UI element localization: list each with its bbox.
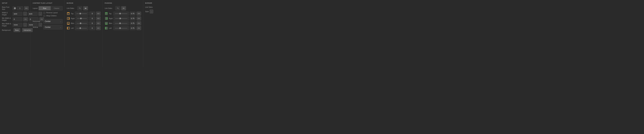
svg-rect-6 [67,12,70,13]
padding-top-value[interactable]: 0.75 [130,12,136,16]
margin-panel: MARGIN Link Sides Top [65,0,103,67]
margin-top-label: Top [71,13,74,14]
base-font-unit[interactable]: EM [24,6,29,10]
svg-rect-15 [67,27,68,29]
padding-right-icon [105,17,108,20]
margin-bttm-unit[interactable]: EM [96,21,101,25]
padding-top-unit[interactable]: EM [136,12,141,16]
padding-left-value[interactable]: 0.75 [130,26,136,30]
svg-rect-12 [67,24,70,24]
margin-top-unit[interactable]: EM [96,12,101,16]
padding-link-unlink[interactable] [115,6,120,10]
svg-rect-31 [106,27,108,29]
margin-left-value[interactable]: 0 [89,26,95,30]
min-wh-label: Min Width & Height [2,17,12,21]
wrap-children-checkbox[interactable] [43,15,45,17]
horizontal-arrow: ⌄ [60,20,61,22]
border-title: BORDER [145,2,161,4]
margin-bttm-row: Bttm 0 EM [67,21,101,25]
base-font-size-label: Base Font Size [2,6,12,10]
base-font-thumb [14,7,16,9]
padding-left-unit[interactable]: EM [136,26,141,30]
margin-top-row: Top 0 EM [67,12,101,16]
svg-rect-23 [105,12,108,13]
min-wh-row: Min Width & Height 0 PX 0 PX [2,17,29,21]
max-wh-label: Max Width & Height [2,23,12,27]
padding-unlink-icon [117,7,119,10]
layout-tab-group: Row Column [38,6,62,10]
padding-right-row: Right 0.75 EM [105,16,141,20]
reverse-layout-row: Reverse Layout [33,12,62,14]
border-link-sides-label: Link Sides [145,6,152,8]
margin-link-all[interactable] [83,6,88,10]
min-width-input[interactable]: 0 [12,17,22,21]
padding-bttm-value[interactable]: 0.75 [130,21,136,25]
width-height-row: Width & Height auto ... auto ... [2,12,29,16]
margin-right-slider[interactable] [76,16,88,20]
horizontal-value: Center [45,20,51,22]
svg-rect-32 [105,27,106,29]
margin-right-value[interactable]: 0 [89,16,95,20]
wrap-children-label: Wrap Children [46,15,57,17]
max-width-input[interactable]: none [12,23,22,27]
margin-right-icon [67,17,70,20]
margin-link-sides-row: Link Sides [67,6,101,10]
width-height-label: Width & Height [2,12,12,16]
svg-rect-25 [105,18,107,19]
link-icon [84,7,87,10]
padding-link-sides-label: Link Sides [105,7,114,10]
margin-left-slider[interactable] [75,26,88,30]
svg-rect-11 [68,22,69,24]
svg-rect-9 [69,17,70,20]
width-unit-btn[interactable]: ... [23,12,27,16]
padding-bttm-icon [105,22,108,25]
margin-bttm-value[interactable]: 0 [89,21,95,25]
margin-link-unlink[interactable] [77,6,82,10]
margin-left-label: Left [71,27,74,29]
layout-label: Layout [33,7,38,10]
padding-top-slider[interactable] [114,12,129,16]
margin-right-unit[interactable]: EM [96,16,101,20]
padding-top-label: Top [109,13,112,14]
vertical-select[interactable]: Center ⌄ [43,25,62,30]
svg-rect-14 [68,27,69,29]
base-font-size-row: Base Font Size 1 EM [2,6,29,10]
padding-right-value[interactable]: 0.75 [130,16,136,20]
padding-top-icon [105,12,108,15]
padding-right-unit[interactable]: EM [136,16,141,20]
padding-link-all[interactable] [121,6,126,10]
margin-top-slider[interactable] [75,12,88,16]
margin-left-row: Left 0 EM [67,26,101,30]
reverse-layout-checkbox[interactable] [43,12,45,14]
margin-bttm-slider[interactable] [75,21,88,25]
background-label: Background [2,29,12,31]
max-width-unit[interactable]: ... [23,23,27,27]
svg-rect-28 [106,22,107,24]
border-style-value[interactable]: ... [150,10,153,14]
vertical-value: Center [45,26,51,28]
padding-title: PADDING [105,2,141,4]
padding-link-sides-row: Link Sides [105,6,141,10]
bg-base-btn[interactable]: Base [14,28,20,32]
flex-layout-panel: CONTENT FLEX LAYOUT Layout Row Column Re… [31,0,65,67]
margin-title: MARGIN [67,2,101,4]
width-input[interactable]: auto [12,12,22,16]
base-font-slider[interactable] [12,6,16,10]
row-tab[interactable]: Row [39,6,50,10]
svg-rect-5 [68,13,69,14]
svg-point-19 [124,8,124,8]
base-font-value[interactable]: 1 [17,6,23,10]
margin-top-value[interactable]: 0 [89,12,95,16]
column-tab[interactable]: Column [51,6,62,10]
min-width-unit[interactable]: PX [23,17,28,21]
svg-rect-22 [106,13,107,14]
padding-left-slider[interactable] [114,26,129,30]
margin-left-unit[interactable]: EM [96,26,101,30]
border-style-row: Style ... [145,10,161,14]
padding-bttm-slider[interactable] [114,21,129,25]
padding-right-slider[interactable] [114,16,129,20]
horizontal-label: Horizontal [33,20,42,22]
padding-left-label: Left [109,27,112,29]
padding-bttm-unit[interactable]: EM [136,21,141,25]
horizontal-select[interactable]: Center ⌄ [43,19,62,24]
